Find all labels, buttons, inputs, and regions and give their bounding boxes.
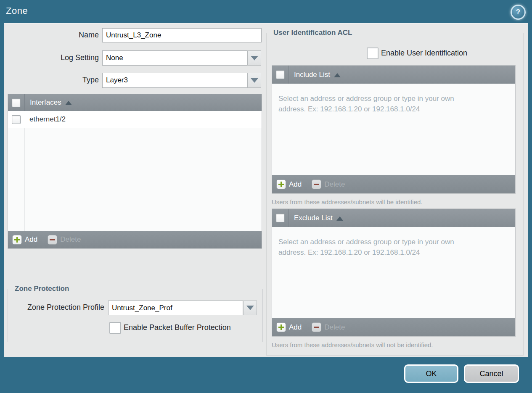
exclude-list-table: Exclude List Select an address or addres… [272,208,516,337]
exclude-delete-button[interactable]: Delete [312,322,345,332]
interfaces-table: Interfaces ethernet1/2 Add [8,94,262,249]
delete-button-label: Delete [60,235,81,244]
ok-button[interactable]: OK [404,364,458,383]
interface-row[interactable]: ethernet1/2 [8,111,262,128]
exclude-list-toolbar: Add Delete [272,318,515,336]
delete-minus-icon [312,322,321,332]
add-plus-icon [276,179,286,189]
chevron-down-icon [251,56,258,61]
zone-protection-profile-input[interactable] [108,301,243,315]
add-button-label: Add [289,180,302,189]
include-delete-button[interactable]: Delete [312,179,345,189]
name-label: Name [4,31,99,40]
include-select-all-checkbox[interactable] [276,70,285,79]
include-list-header[interactable]: Include List [272,66,515,84]
chevron-down-icon [246,306,254,310]
sort-ascending-icon [65,101,72,105]
type-label: Type [4,76,99,84]
column-divider [24,111,25,231]
exclude-select-all-checkbox[interactable] [276,214,285,222]
add-plus-icon [276,322,286,332]
dialog-title: Zone [6,5,28,16]
chevron-down-icon [251,78,258,83]
zone-protection-fieldset: Zone Protection Zone Protection Profile … [8,289,263,342]
interfaces-add-button[interactable]: Add [12,235,37,245]
add-button-label: Add [289,323,302,332]
interfaces-delete-button[interactable]: Delete [48,235,81,245]
include-list-placeholder: Select an address or address group or ty… [278,93,470,114]
log-setting-input[interactable] [102,50,247,66]
include-list-body[interactable]: Select an address or address group or ty… [272,84,515,175]
interfaces-table-body: ethernet1/2 [8,111,262,231]
delete-button-label: Delete [324,180,345,189]
interfaces-header-label: Interfaces [30,98,61,107]
zone-protection-profile-label: Zone Protection Profile [12,303,104,312]
help-icon[interactable]: ? [511,5,526,20]
user-identification-acl-fieldset: User Identification ACL Enable User Iden… [266,33,524,356]
sort-ascending-icon [334,73,341,77]
zone-protection-legend: Zone Protection [12,285,72,293]
log-setting-dropdown-button[interactable] [247,50,261,66]
cancel-button[interactable]: Cancel [464,364,519,383]
dialog-titlebar: Zone ? [0,0,532,23]
enable-user-identification-label: Enable User Identification [381,49,467,58]
add-plus-icon [12,235,22,245]
interfaces-table-header[interactable]: Interfaces [8,94,262,111]
log-setting-label: Log Setting [4,53,99,62]
delete-minus-icon [312,179,321,189]
exclude-add-button[interactable]: Add [276,322,302,332]
include-add-button[interactable]: Add [276,179,302,189]
interfaces-select-all-checkbox[interactable] [12,98,21,107]
exclude-header-checkbox-cell [272,209,289,227]
sort-ascending-icon [336,216,343,221]
include-list-header-label: Include List [294,71,330,79]
type-input[interactable] [102,73,247,88]
include-header-checkbox-cell [272,66,289,84]
interfaces-toolbar: Add Delete [8,231,262,248]
packet-buffer-protection-checkbox[interactable] [109,322,121,334]
packet-buffer-protection-label: Enable Packet Buffer Protection [124,323,231,332]
name-input[interactable] [102,28,262,42]
zone-dialog: Zone ? Name Log Setting Type Interfaces [0,0,532,393]
type-dropdown-button[interactable] [247,73,261,88]
exclude-list-body[interactable]: Select an address or address group or ty… [272,227,515,318]
user-identification-acl-legend: User Identification ACL [270,29,355,37]
interface-row-checkbox[interactable] [12,115,21,124]
exclude-list-placeholder: Select an address or address group or ty… [278,237,470,258]
exclude-list-caption: Users from these addresses/subnets will … [272,341,433,348]
add-button-label: Add [25,235,37,244]
delete-minus-icon [48,235,57,245]
zone-protection-profile-dropdown-button[interactable] [243,301,257,315]
delete-button-label: Delete [324,323,345,332]
include-list-table: Include List Select an address or addres… [272,65,516,194]
interfaces-header-checkbox-cell [8,94,25,111]
exclude-list-header[interactable]: Exclude List [272,209,515,227]
enable-user-identification-checkbox[interactable] [367,47,378,59]
include-list-caption: Users from these addresses/subnets will … [272,198,423,206]
row-checkbox-cell [8,111,24,128]
dialog-body: Name Log Setting Type Interfaces [4,23,528,357]
exclude-list-header-label: Exclude List [294,214,333,222]
interface-name: ethernet1/2 [29,115,66,124]
include-list-toolbar: Add Delete [272,175,515,193]
